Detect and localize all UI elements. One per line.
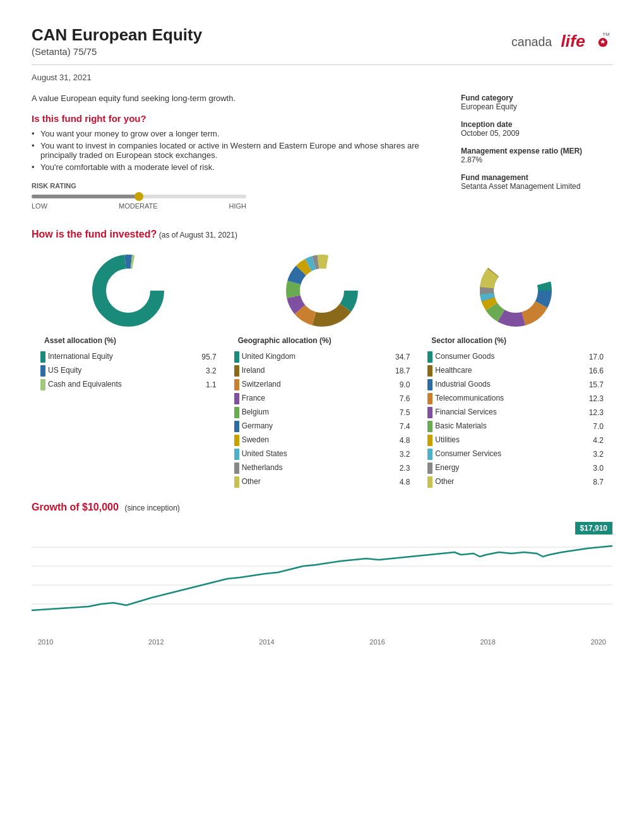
growth-heading: Growth of $10,000 bbox=[32, 502, 119, 512]
svg-point-8 bbox=[107, 269, 150, 312]
table-row: Netherlands 2.3 bbox=[232, 461, 413, 475]
table-row: Consumer Services 3.2 bbox=[425, 447, 606, 461]
geo-donut-wrapper bbox=[232, 253, 413, 329]
svg-point-30 bbox=[494, 269, 537, 312]
x-label-2010: 2010 bbox=[38, 638, 53, 646]
sector-donut-wrapper bbox=[425, 253, 606, 329]
table-row: US Equity 3.2 bbox=[38, 364, 219, 378]
growth-subheading: (since inception) bbox=[124, 504, 179, 512]
table-row: Consumer Goods 17.0 bbox=[425, 350, 606, 364]
inception-label: Inception date bbox=[461, 120, 612, 129]
table-row: Telecommunications 12.3 bbox=[425, 392, 606, 406]
table-row: International Equity 95.7 bbox=[38, 350, 219, 364]
geographic-allocation-col: Geographic allocation (%) United Kingdom… bbox=[225, 253, 419, 489]
fund-management-block: Fund management Setanta Asset Management… bbox=[461, 173, 612, 191]
invest-subheading: (as of August 31, 2021) bbox=[159, 231, 237, 239]
header-divider bbox=[32, 64, 612, 65]
risk-low: LOW bbox=[32, 202, 47, 210]
risk-thumb bbox=[134, 192, 143, 201]
table-row: Industrial Goods 15.7 bbox=[425, 378, 606, 392]
table-row: Utilities 4.2 bbox=[425, 433, 606, 447]
charts-row: Asset allocation (%) International Equit… bbox=[32, 253, 612, 489]
mer-block: Management expense ratio (MER) 2.87% bbox=[461, 147, 612, 164]
sector-allocation-col: Sector allocation (%) Consumer Goods 17.… bbox=[419, 253, 612, 489]
risk-track bbox=[32, 195, 246, 198]
table-row: Financial Services 12.3 bbox=[425, 406, 606, 420]
risk-label: RISK RATING bbox=[32, 182, 442, 190]
sector-alloc-table: Consumer Goods 17.0 Healthcare 16.6 Indu… bbox=[425, 350, 606, 489]
page-header: CAN European Equity (Setanta) 75/75 cana… bbox=[32, 25, 612, 57]
bullet-item-1: You want your money to grow over a longe… bbox=[32, 129, 442, 138]
table-row: France 7.6 bbox=[232, 392, 413, 406]
growth-section: Growth of $10,000 (since inception) $17,… bbox=[32, 502, 612, 646]
bullet-item-2: You want to invest in companies located … bbox=[32, 141, 442, 160]
asset-alloc-title: Asset allocation (%) bbox=[38, 336, 219, 345]
table-row: Germany 7.4 bbox=[232, 420, 413, 433]
risk-moderate: MODERATE bbox=[119, 202, 158, 210]
inception-value: October 05, 2009 bbox=[461, 129, 612, 138]
fund-name: CAN European Equity bbox=[32, 25, 202, 45]
svg-text:TM: TM bbox=[602, 32, 610, 37]
mer-label: Management expense ratio (MER) bbox=[461, 147, 612, 155]
left-column: A value European equity fund seeking lon… bbox=[32, 94, 442, 210]
canada-life-logo: canada life TM bbox=[511, 25, 612, 57]
inception-date-block: Inception date October 05, 2009 bbox=[461, 120, 612, 138]
asset-alloc-table: International Equity 95.7 US Equity 3.2 … bbox=[38, 350, 219, 392]
fund-info-panel: Fund category European Equity Inception … bbox=[461, 94, 612, 210]
risk-fill bbox=[32, 195, 139, 198]
geo-swatch-0: United Kingdom bbox=[232, 350, 371, 364]
svg-point-19 bbox=[301, 269, 343, 312]
asset-swatch-3: Cash and Equivalents bbox=[38, 378, 185, 392]
x-label-2016: 2016 bbox=[369, 638, 385, 646]
geo-alloc-title: Geographic allocation (%) bbox=[232, 336, 413, 345]
x-label-2020: 2020 bbox=[590, 638, 605, 646]
main-content: A value European equity fund seeking lon… bbox=[32, 94, 612, 210]
x-label-2012: 2012 bbox=[148, 638, 164, 646]
table-row: United States 3.2 bbox=[232, 447, 413, 461]
table-row: Switzerland 9.0 bbox=[232, 378, 413, 392]
management-value: Setanta Asset Management Limited bbox=[461, 182, 612, 191]
fund-title-block: CAN European Equity (Setanta) 75/75 bbox=[32, 25, 202, 57]
table-row: Other 4.8 bbox=[232, 475, 413, 489]
x-label-2018: 2018 bbox=[480, 638, 495, 646]
asset-swatch-2: US Equity bbox=[38, 364, 185, 378]
asset-donut-chart bbox=[90, 253, 166, 329]
invest-heading-row: How is the fund invested? (as of August … bbox=[32, 229, 612, 240]
fund-subtitle: (Setanta) 75/75 bbox=[32, 46, 202, 57]
x-label-2014: 2014 bbox=[259, 638, 274, 646]
sector-donut-chart bbox=[478, 253, 554, 329]
risk-bar bbox=[32, 195, 246, 198]
svg-text:life: life bbox=[561, 32, 585, 51]
invest-heading: How is the fund invested? bbox=[32, 229, 157, 239]
table-row: United Kingdom 34.7 bbox=[232, 350, 413, 364]
fund-description: A value European equity fund seeking lon… bbox=[32, 94, 442, 103]
asset-value-1: 95.7 bbox=[185, 350, 218, 364]
geo-donut-chart bbox=[284, 253, 360, 329]
geo-alloc-table: United Kingdom 34.7 Ireland 18.7 Switzer… bbox=[232, 350, 413, 489]
right-for-you-heading: Is this fund right for you? bbox=[32, 113, 442, 124]
growth-chart-svg bbox=[32, 522, 612, 623]
risk-section: RISK RATING LOW MODERATE HIGH bbox=[32, 182, 442, 210]
asset-donut-wrapper bbox=[38, 253, 219, 329]
x-axis-labels: 2010 2012 2014 2016 2018 2020 bbox=[32, 638, 612, 646]
risk-high: HIGH bbox=[229, 202, 247, 210]
asset-value-3: 1.1 bbox=[185, 378, 218, 392]
fund-category-block: Fund category European Equity bbox=[461, 94, 612, 111]
risk-labels: LOW MODERATE HIGH bbox=[32, 202, 246, 210]
price-badge: $17,910 bbox=[575, 522, 612, 535]
growth-chart-area: $17,910 bbox=[32, 522, 612, 636]
table-row: Belgium 7.5 bbox=[232, 406, 413, 420]
asset-allocation-col: Asset allocation (%) International Equit… bbox=[32, 253, 225, 489]
mer-value: 2.87% bbox=[461, 155, 612, 164]
management-label: Fund management bbox=[461, 173, 612, 182]
sector-alloc-title: Sector allocation (%) bbox=[425, 336, 606, 345]
table-row: Energy 3.0 bbox=[425, 461, 606, 475]
invest-section: How is the fund invested? (as of August … bbox=[32, 229, 612, 489]
table-row: Ireland 18.7 bbox=[232, 364, 413, 378]
bullet-item-3: You're comfortable with a moderate level… bbox=[32, 162, 442, 172]
table-row: Other 8.7 bbox=[425, 475, 606, 489]
bullet-list: You want your money to grow over a longe… bbox=[32, 129, 442, 172]
table-row: Basic Materials 7.0 bbox=[425, 420, 606, 433]
fund-category-value: European Equity bbox=[461, 102, 612, 111]
logo: canada life TM bbox=[511, 25, 612, 57]
